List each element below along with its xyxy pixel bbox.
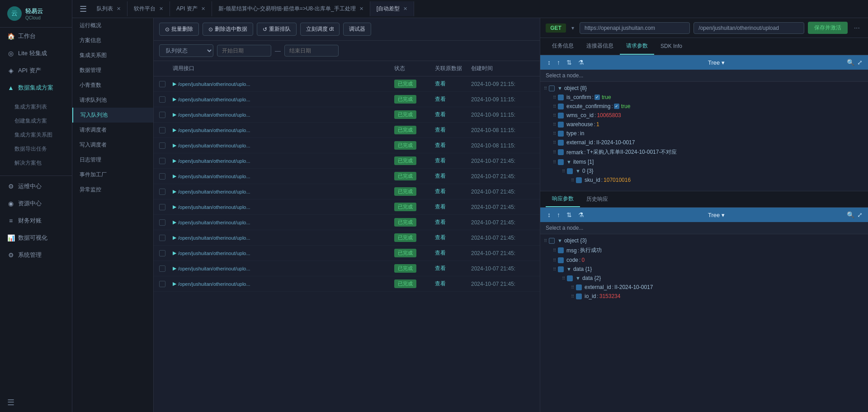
api-tab-request-params[interactable]: 请求参数 — [620, 38, 654, 55]
tree-checkbox[interactable] — [567, 275, 573, 281]
sidebar-sub-export[interactable]: 数据导出任务 — [0, 142, 72, 156]
resp-search-icon[interactable]: 🔍 — [847, 211, 854, 218]
row-checkbox[interactable] — [159, 96, 165, 103]
table-row[interactable]: ▶ /open/jushuitan/otherinout/uplo... 已完成… — [154, 276, 540, 292]
status-filter[interactable]: 队列状态 — [159, 44, 213, 57]
response-tab-history[interactable]: 历史响应 — [580, 192, 614, 207]
tree-node[interactable]: ⠿ ▼ data {2} — [540, 274, 868, 283]
drag-handle-icon[interactable]: ⠿ — [553, 131, 556, 136]
resp-filter-icon[interactable]: ⚗ — [576, 210, 586, 219]
tree-checkbox[interactable] — [576, 294, 582, 299]
tab-close-auto[interactable]: ✕ — [403, 6, 407, 12]
view-link[interactable]: 查看 — [435, 126, 446, 134]
table-row[interactable]: ▶ /open/jushuitan/otherinout/uplo... 已完成… — [154, 123, 540, 138]
tree-node[interactable]: ⠿ warehouse : 1 — [540, 120, 868, 129]
drag-handle-icon[interactable]: ⠿ — [544, 86, 547, 91]
tab-software[interactable]: 软件平台 ✕ — [127, 1, 170, 16]
row-checkbox[interactable] — [159, 250, 165, 256]
row-checkbox[interactable] — [159, 219, 165, 226]
tree-checkbox[interactable] — [558, 122, 564, 128]
drag-handle-icon[interactable]: ⠿ — [553, 122, 556, 127]
row-checkbox[interactable] — [159, 158, 165, 164]
tree-checkbox[interactable] — [558, 257, 564, 263]
tree-node[interactable]: ⠿ external_id : II-2024-10-0017 — [540, 138, 868, 147]
sidebar-item-system[interactable]: ⚙ 系统管理 — [0, 246, 72, 264]
table-row[interactable]: ▶ /open/jushuitan/otherinout/uplo... 已完成… — [154, 92, 540, 107]
sidebar-item-api-assets[interactable]: ◈ API 资产 — [0, 62, 72, 79]
drag-handle-icon[interactable]: ⠿ — [571, 178, 574, 183]
drag-handle-icon[interactable]: ⠿ — [553, 113, 556, 118]
api-tab-sdk[interactable]: SDK Info — [654, 39, 689, 54]
api-tab-connector[interactable]: 连接器信息 — [580, 38, 620, 55]
tree-checkbox[interactable] — [558, 159, 564, 165]
row-checkbox[interactable] — [159, 204, 165, 210]
sub-nav-request-scheduler[interactable]: 请求调度者 — [72, 123, 153, 137]
drag-handle-icon[interactable]: ⠿ — [553, 150, 556, 155]
tab-api[interactable]: API 资产 ✕ — [170, 1, 212, 16]
tree-checkbox[interactable] — [567, 168, 573, 174]
resp-expand-icon[interactable]: ↕ — [546, 210, 552, 219]
sub-nav-check[interactable]: 小青查数 — [72, 78, 153, 93]
table-row[interactable]: ▶ /open/jushuitan/otherinout/uplo... 已完成… — [154, 199, 540, 215]
tree-node[interactable]: ⠿ ▼ object {8} — [540, 84, 868, 93]
filter-icon[interactable]: ⚗ — [576, 58, 586, 67]
sort-icon[interactable]: ⇅ — [565, 58, 574, 67]
drag-handle-icon[interactable]: ⠿ — [553, 160, 556, 165]
sub-nav-data[interactable]: 数据管理 — [72, 63, 153, 78]
sidebar-footer[interactable]: ☰ — [0, 393, 72, 412]
table-row[interactable]: ▶ /open/jushuitan/otherinout/uplo... 已完成… — [154, 169, 540, 184]
resp-expand-btn[interactable]: ⤢ — [857, 211, 863, 218]
tree-checkbox[interactable] — [558, 266, 564, 272]
expand-all-icon[interactable]: ↕ — [546, 58, 552, 67]
row-checkbox[interactable] — [159, 142, 165, 149]
row-checkbox[interactable] — [159, 265, 165, 272]
drag-handle-icon[interactable]: ⠿ — [553, 248, 556, 253]
table-row[interactable]: ▶ /open/jushuitan/otherinout/uplo... 已完成… — [154, 153, 540, 169]
tree-node[interactable]: ⠿ ▼ 0 {3} — [540, 166, 868, 175]
row-checkbox[interactable] — [159, 173, 165, 180]
search-icon[interactable]: 🔍 — [847, 59, 854, 66]
resp-collapse-icon[interactable]: ↑ — [555, 210, 562, 219]
tree-node[interactable]: ⠿ excute_confirming : ✓ true — [540, 102, 868, 111]
save-activate-button[interactable]: 保存并激活 — [808, 22, 848, 34]
tree-node[interactable]: ⠿ external_id : II-2024-10-0017 — [540, 283, 868, 292]
more-options-button[interactable]: ··· — [851, 24, 863, 32]
tab-integration[interactable]: 新-领星结算中心-交易明细-赔偿单=>U8-出库单_手工处理 ✕ — [212, 1, 370, 16]
sidebar-sub-list[interactable]: 集成方案列表 — [0, 100, 72, 114]
sidebar-sub-relation[interactable]: 集成方案关系图 — [0, 128, 72, 142]
drag-handle-icon[interactable]: ⠿ — [571, 285, 574, 290]
debug-button[interactable]: 调试器 — [343, 23, 371, 36]
tab-close-api[interactable]: ✕ — [201, 6, 205, 12]
view-link[interactable]: 查看 — [435, 80, 446, 88]
drag-handle-icon[interactable]: ⠿ — [553, 267, 556, 272]
sub-nav-monitor[interactable]: 异常监控 — [72, 182, 153, 197]
row-checkbox[interactable] — [159, 235, 165, 241]
tree-node[interactable]: ⠿ ▼ items [1] — [540, 157, 868, 166]
tree-checkbox[interactable] — [549, 85, 555, 91]
drag-handle-icon[interactable]: ⠿ — [553, 140, 556, 145]
schedule-dt-button[interactable]: 立刻调度 dt — [300, 23, 340, 36]
sidebar-sub-create[interactable]: 创建集成方案 — [0, 114, 72, 128]
api-url-path[interactable]: /open/jushuitan/otherinout/upload — [693, 22, 804, 34]
row-checkbox[interactable] — [159, 112, 165, 118]
tree-checkbox[interactable] — [576, 284, 582, 290]
table-row[interactable]: ▶ /open/jushuitan/otherinout/uplo... 已完成… — [154, 261, 540, 276]
table-row[interactable]: ▶ /open/jushuitan/otherinout/uplo... 已完成… — [154, 215, 540, 230]
tab-auto[interactable]: [自动差型 ✕ — [370, 1, 414, 16]
start-date-filter[interactable] — [217, 45, 271, 57]
tab-close-software[interactable]: ✕ — [159, 6, 163, 12]
tab-close-integration[interactable]: ✕ — [359, 6, 363, 12]
view-link[interactable]: 查看 — [435, 218, 446, 226]
collapse-icon[interactable]: ↑ — [555, 58, 562, 67]
table-row[interactable]: ▶ /open/jushuitan/otherinout/uplo... 已完成… — [154, 76, 540, 92]
view-link[interactable]: 查看 — [435, 188, 446, 195]
resp-sort-icon[interactable]: ⇅ — [565, 210, 574, 219]
view-link[interactable]: 查看 — [435, 203, 446, 211]
view-link[interactable]: 查看 — [435, 142, 446, 149]
drag-handle-icon[interactable]: ⠿ — [553, 104, 556, 109]
tree-checkbox[interactable] — [558, 131, 564, 137]
tree-checkbox[interactable] — [549, 238, 555, 244]
tree-node[interactable]: ⠿ is_confirm : ✓ true — [540, 93, 868, 102]
tree-checkbox[interactable] — [558, 247, 564, 253]
tab-close-queue[interactable]: ✕ — [117, 6, 121, 12]
